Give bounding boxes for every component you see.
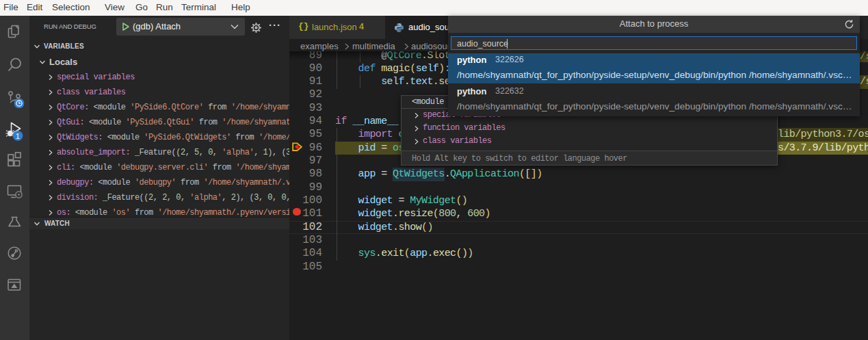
svg-text:1: 1 xyxy=(16,132,20,140)
